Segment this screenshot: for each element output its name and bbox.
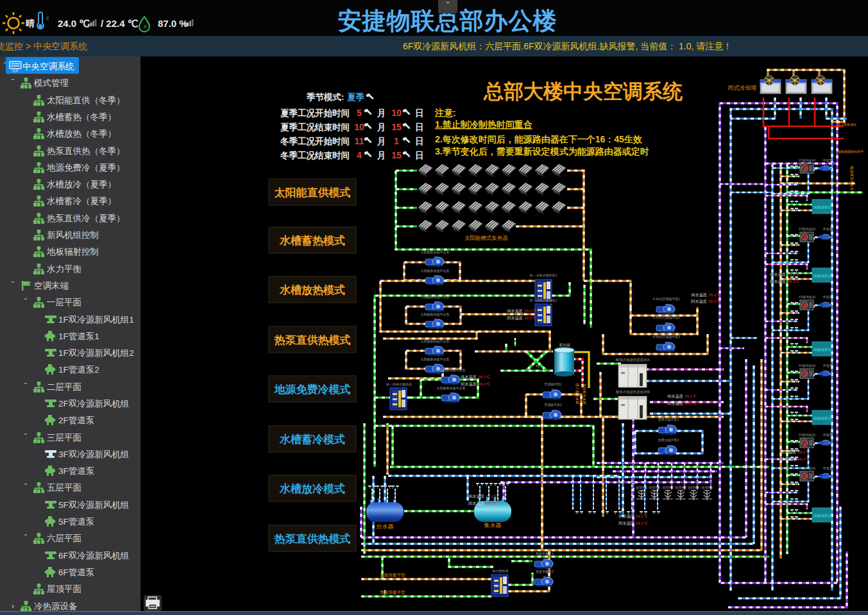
svg-text:太阳能集热循环水泵: 太阳能集热循环水泵	[437, 386, 466, 391]
svg-text:供水温度: 供水温度	[461, 375, 477, 380]
svg-text:管道泵: 管道泵	[823, 158, 833, 163]
svg-text:供水温度: 供水温度	[618, 514, 634, 519]
svg-text:太阳能直供模式: 太阳能直供模式	[274, 187, 351, 199]
svg-text:冬季工况结束时间: 冬季工况结束时间	[280, 151, 350, 160]
svg-text:地埋井3: 地埋井3	[661, 485, 674, 489]
svg-text:太阳能集热循环水泵: 太阳能集热循环水泵	[421, 339, 450, 344]
svg-text:季节模式:: 季节模式:	[306, 92, 345, 102]
svg-text:地埋井5: 地埋井5	[687, 485, 699, 489]
svg-text:地板辐射分: 地板辐射分	[813, 348, 831, 352]
svg-text:月: 月	[377, 108, 386, 118]
svg-text:太阳能集热循环水泵: 太阳能集热循环水泵	[421, 357, 450, 362]
svg-text:太阳能集热循环水泵: 太阳能集热循环水泵	[421, 250, 450, 255]
svg-text:1: 1	[394, 136, 399, 146]
svg-text:地板辐射分: 地板辐射分	[813, 416, 831, 421]
svg-text:能源楼顶供水管: 能源楼顶供水管	[849, 166, 854, 191]
svg-text:地埋井4: 地埋井4	[674, 485, 686, 489]
svg-text:回水温度: 回水温度	[667, 401, 683, 406]
svg-text:供水温度: 供水温度	[770, 272, 786, 277]
svg-text:冬季工况开始时间: 冬季工况开始时间	[280, 137, 350, 146]
svg-text:热一冷板式换热器1: 热一冷板式换热器1	[530, 273, 557, 278]
svg-text:日: 日	[415, 137, 424, 146]
svg-text:回水温度: 回水温度	[691, 299, 707, 304]
svg-text:预留采暖泵2: 预留采暖泵2	[536, 569, 554, 574]
svg-text:板一体板式换热器: 板一体板式换热器	[386, 382, 412, 387]
svg-text:29.1℃: 29.1℃	[478, 382, 490, 386]
svg-text:太阳能集热循环水泵: 太阳能集热循环水泵	[421, 269, 450, 273]
svg-text:注意:: 注意:	[434, 108, 456, 118]
svg-text:5: 5	[357, 108, 362, 118]
svg-text:集水器: 集水器	[484, 522, 502, 528]
svg-text:3.季节变化后，需要重新设定模式为能源路由器或定时: 3.季节变化后，需要重新设定模式为能源路由器或定时	[435, 146, 649, 156]
svg-text:模块式地源热泵机组B: 模块式地源热泵机组B	[615, 390, 650, 394]
svg-text:预留采暖泵1: 预留采暖泵1	[536, 552, 554, 556]
svg-text:夏季工况结束时间: 夏季工况结束时间	[280, 122, 350, 132]
svg-text:水槽放冷模式: 水槽放冷模式	[279, 483, 345, 495]
svg-text:供水温度: 供水温度	[468, 494, 484, 499]
svg-text:空调循环泵1: 空调循环泵1	[544, 382, 562, 387]
svg-text:29.1℃: 29.1℃	[685, 401, 697, 405]
svg-text:10: 10	[354, 122, 364, 132]
svg-text:供水温度: 供水温度	[780, 450, 796, 455]
svg-text:总部大楼中央空调系统: 总部大楼中央空调系统	[483, 80, 683, 103]
svg-text:15: 15	[391, 150, 402, 160]
svg-text:TV: TV	[536, 364, 540, 368]
svg-text:管道泵: 管道泵	[823, 364, 833, 368]
svg-text:29.1℃: 29.1℃	[708, 299, 720, 303]
svg-text:地源免费冷模式: 地源免费冷模式	[274, 383, 351, 396]
svg-text:月: 月	[377, 122, 386, 132]
svg-text:回水温度: 回水温度	[468, 501, 484, 506]
svg-text:29.1℃: 29.1℃	[636, 514, 648, 518]
svg-text:15: 15	[391, 122, 402, 132]
svg-text:4: 4	[357, 150, 362, 160]
svg-text:回水温度: 回水温度	[618, 521, 634, 526]
svg-text:供水温度: 供水温度	[691, 292, 707, 298]
svg-text:管道泵: 管道泵	[823, 433, 833, 437]
svg-text:回水温度: 回水温度	[780, 457, 796, 462]
svg-text:空调循环泵2: 空调循环泵2	[544, 403, 562, 407]
svg-text:29.1℃: 29.1℃	[524, 316, 536, 320]
svg-text:29.1℃: 29.1℃	[524, 308, 536, 313]
svg-text:回水温度: 回水温度	[507, 316, 523, 321]
svg-text:水槽蓄热模式: 水槽蓄热模式	[279, 235, 345, 247]
svg-text:29.1℃: 29.1℃	[797, 450, 810, 454]
svg-text:29.1℃: 29.1℃	[787, 279, 799, 283]
svg-text:水槽放热模式: 水槽放热模式	[279, 284, 345, 296]
svg-text:热泵直供热模式: 热泵直供热模式	[274, 533, 351, 545]
svg-text:11: 11	[355, 136, 364, 146]
svg-text:1.禁止制冷制热时间重合: 1.禁止制冷制热时间重合	[435, 119, 532, 130]
svg-text:管道泵: 管道泵	[823, 466, 833, 471]
svg-text:29.1℃: 29.1℃	[486, 494, 498, 498]
svg-text:XX新风机组: XX新风机组	[799, 158, 816, 162]
svg-text:日: 日	[415, 122, 424, 132]
svg-text:进入发射基站: 进入发射基站	[837, 122, 856, 127]
svg-text:XX新风机组: XX新风机组	[799, 433, 816, 437]
svg-text:预留能源路由器管: 预留能源路由器管	[838, 149, 864, 154]
svg-text:29.1℃: 29.1℃	[478, 375, 490, 379]
svg-text:板式换热器: 板式换热器	[492, 569, 509, 573]
svg-text:模块式地源热泵机组A: 模块式地源热泵机组A	[615, 358, 650, 362]
svg-text:日: 日	[415, 151, 424, 160]
svg-text:A.时间空调循环泵1: A.时间空调循环泵1	[653, 297, 681, 301]
svg-text:XX新风机组: XX新风机组	[799, 364, 816, 367]
svg-text:29.1℃: 29.1℃	[797, 457, 810, 461]
svg-text:太阳能集热循环水泵: 太阳能集热循环水泵	[437, 368, 466, 373]
svg-text:预留采暖干管: 预留采暖干管	[380, 590, 406, 595]
svg-text:地埋井1: 地埋井1	[635, 485, 647, 489]
svg-text:热泵直供热模式: 热泵直供热模式	[274, 334, 351, 346]
svg-text:29.1℃: 29.1℃	[685, 394, 697, 398]
svg-text:供水温度: 供水温度	[507, 308, 523, 314]
svg-text:2.每次修改时间后，能源路由器在下一个16：45生效: 2.每次修改时间后，能源路由器在下一个16：45生效	[435, 134, 643, 144]
svg-text:29.1℃: 29.1℃	[486, 501, 498, 505]
svg-text:地埋井6: 地埋井6	[701, 485, 713, 489]
svg-text:地板辐射分: 地板辐射分	[813, 514, 831, 518]
svg-text:太阳能槽式集热器: 太阳能槽式集热器	[464, 235, 509, 241]
svg-text:地板辐射分: 地板辐射分	[813, 274, 831, 278]
svg-text:10: 10	[391, 108, 402, 118]
svg-text:29.1℃: 29.1℃	[636, 521, 648, 525]
svg-text:管道泵: 管道泵	[823, 227, 833, 232]
svg-text:29.1℃: 29.1℃	[787, 272, 799, 276]
svg-text:蓄热罐: 蓄热罐	[559, 343, 570, 348]
svg-text:回水温度: 回水温度	[461, 382, 477, 387]
svg-text:机床: 机床	[12, 69, 19, 72]
